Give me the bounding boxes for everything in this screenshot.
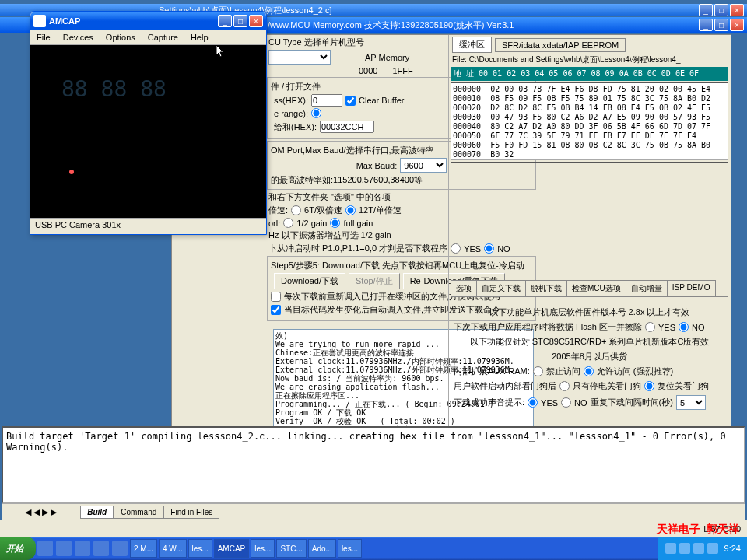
tab-find[interactable]: Find in Files: [163, 506, 219, 519]
repeat-interval-select[interactable]: 5: [676, 395, 706, 410]
amcap-status: USB PC Camera 301x: [30, 218, 266, 231]
ss-hex-input[interactable]: [311, 94, 342, 107]
mcu-hint: 以下功能仅针对 STC89C51RC/RD+ 系列单片机新版本C版有效: [454, 336, 725, 348]
build-output[interactable]: Build target 'Target 1' compiling lessso…: [2, 426, 745, 504]
aux-deny-radio[interactable]: [533, 366, 543, 376]
amcap-app-icon: [33, 15, 46, 27]
hex-sum-input[interactable]: [320, 121, 374, 133]
open-file-group: 件 / 打开文件: [271, 82, 321, 91]
hex-header: 地 址 00 01 02 03 04 05 06 07 08 09 0A 0B …: [451, 67, 728, 81]
ap-memory-label: AP Memory: [365, 53, 409, 62]
tab-0[interactable]: 选项: [451, 280, 477, 296]
tray-icon[interactable]: [679, 543, 690, 554]
statusbar: L:57 C:10: [0, 520, 747, 537]
wdt-poweroff-radio[interactable]: [559, 381, 570, 391]
watermark: 天祥电子_郭天祥: [657, 523, 739, 537]
bg-max-icon[interactable]: □: [714, 4, 728, 16]
clear-buffer-checkbox[interactable]: [345, 96, 356, 106]
stc-max-icon[interactable]: □: [714, 19, 728, 31]
range-radio[interactable]: [311, 108, 321, 118]
menu-help[interactable]: Help: [184, 30, 215, 44]
tray-icon[interactable]: [693, 543, 704, 554]
max-baud-label: Max Baud:: [356, 161, 398, 170]
task-item[interactable]: les...: [188, 539, 212, 558]
task-item[interactable]: 4 W...: [159, 539, 187, 558]
task-item[interactable]: STC...: [276, 539, 306, 558]
flash-yes-radio[interactable]: [645, 322, 655, 332]
menu-devices[interactable]: Devices: [57, 30, 100, 44]
speed-6t-radio[interactable]: [291, 205, 301, 215]
file-path: File: C:\Documents and Settings\whb\桌面\L…: [452, 54, 727, 65]
tab-command[interactable]: Command: [114, 506, 163, 519]
gain-full-radio[interactable]: [330, 218, 340, 228]
clock: 9:24: [724, 544, 741, 553]
tray-icon[interactable]: [707, 543, 718, 554]
range-label: e range):: [274, 109, 308, 118]
tab-2[interactable]: 脱机下载: [525, 280, 567, 296]
hex-dump[interactable]: 000000 02 00 03 78 7F E4 F6 D8 FD 75 81 …: [451, 82, 728, 160]
ql-media-icon[interactable]: [75, 541, 90, 556]
tabs-row: 选项自定义下载脱机下载检查MCU选项自动增量ISP DEMO: [451, 280, 728, 297]
start-button[interactable]: 开始: [0, 537, 36, 560]
wdt-reset-radio[interactable]: [644, 381, 654, 391]
stop-button[interactable]: Stop/停止: [349, 273, 400, 289]
tray-icon[interactable]: [665, 543, 676, 554]
amcap-close-icon[interactable]: ×: [249, 15, 263, 27]
stc-close-icon[interactable]: ×: [730, 19, 744, 31]
build-tabs: ◀ ◀ ▶ ▶ Build Command Find in Files: [2, 504, 745, 520]
bg-min-icon[interactable]: _: [699, 4, 713, 16]
task-item[interactable]: Ado...: [308, 539, 336, 558]
gain-half-radio[interactable]: [283, 218, 293, 228]
aux-allow-radio[interactable]: [584, 366, 594, 376]
auto-reload-checkbox[interactable]: [271, 305, 281, 315]
reload-file-checkbox[interactable]: [271, 292, 281, 302]
mem-end: 1FFF: [392, 66, 412, 75]
amcap-min-icon[interactable]: _: [218, 15, 232, 27]
buffer-label: 缓冲区: [452, 37, 492, 53]
ql-app1-icon[interactable]: [93, 541, 109, 556]
hex-scroll-area[interactable]: [451, 162, 728, 278]
amcap-video-area: 88 88 88: [30, 45, 266, 218]
system-tray[interactable]: 9:24: [658, 537, 747, 560]
tab-4[interactable]: 自动增量: [626, 280, 668, 296]
tab-5[interactable]: ISP DEMO: [667, 280, 716, 296]
ql-desktop-icon[interactable]: [56, 541, 72, 556]
clear-buffer-label: Clear Buffer: [359, 96, 405, 105]
task-item[interactable]: les...: [251, 539, 275, 558]
ql-app2-icon[interactable]: [112, 541, 128, 556]
sound-no-radio[interactable]: [561, 397, 571, 408]
hex-sum-label: 给和(HEX):: [274, 121, 317, 133]
tab-1[interactable]: 自定义下载: [476, 280, 526, 296]
download-button[interactable]: Download/下载: [274, 273, 345, 289]
max-baud-select[interactable]: 9600: [400, 158, 447, 173]
bg-close-icon[interactable]: ×: [730, 4, 744, 16]
speed-12t-radio[interactable]: [345, 205, 356, 215]
ql-ie-icon[interactable]: [37, 541, 53, 556]
menu-options[interactable]: Options: [100, 30, 142, 44]
sfr-label: SFR/idata xdata/IAP EEPROM: [495, 38, 626, 52]
flash-no-radio[interactable]: [679, 322, 689, 332]
amcap-max-icon[interactable]: □: [233, 15, 247, 27]
mem-start: 0000: [359, 66, 377, 75]
amcap-window: AMCAP _ □ × FileDevicesOptionsCaptureHel…: [30, 11, 267, 235]
com-port-label: OM Port,Max Baud/选择串行口,最高波特率: [271, 145, 434, 155]
date-hint: 2005年8月以后供货: [454, 351, 725, 362]
ss-hex-label: ss(HEX):: [274, 96, 308, 105]
sound-yes-radio[interactable]: [528, 397, 538, 408]
stc-min-icon[interactable]: _: [699, 19, 713, 31]
pll-hint: 卜从冲启动时 P1.0,P1.1=0,0 才判是否下载程序: [268, 243, 447, 254]
menu-file[interactable]: File: [30, 30, 57, 44]
amcap-title: AMCAP: [49, 16, 218, 26]
firmware-hint: 以下功能单片机底层软件固件版本号 2.8x 以上才有效: [454, 306, 725, 318]
mcu-type-select[interactable]: [268, 50, 331, 65]
amcap-titlebar[interactable]: AMCAP _ □ ×: [30, 12, 266, 30]
tab-build[interactable]: Build: [80, 506, 114, 519]
amcap-menubar: FileDevicesOptionsCaptureHelp: [30, 30, 266, 45]
tab-3[interactable]: 检查MCU选项: [566, 280, 626, 296]
task-item[interactable]: AMCAP: [214, 539, 250, 558]
mcu-type-label: CU Type 选择单片机型号: [268, 37, 364, 48]
task-item[interactable]: 2 M...: [130, 539, 157, 558]
task-item[interactable]: les...: [338, 539, 362, 558]
menu-capture[interactable]: Capture: [142, 30, 184, 44]
taskbar: 开始 2 M...4 W...les...AMCAPles...STC...Ad…: [0, 537, 747, 560]
